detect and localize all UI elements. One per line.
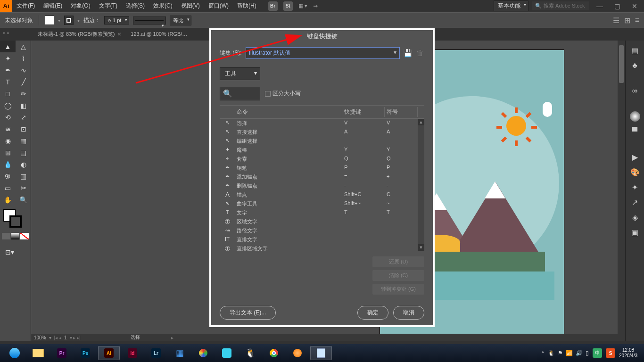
- tray-flag-icon[interactable]: ⚑: [558, 350, 563, 356]
- table-row[interactable]: IT直排文字: [220, 235, 424, 244]
- search-stock[interactable]: 🔍 搜索 Adobe Stock: [532, 1, 589, 10]
- screen-mode[interactable]: ⊡▾: [2, 246, 17, 258]
- stroke-color[interactable]: [9, 215, 22, 228]
- properties-panel-icon[interactable]: ▤: [630, 45, 640, 56]
- selection-tool[interactable]: ▲: [0, 41, 16, 52]
- menu-effect[interactable]: 效果(C): [149, 0, 177, 12]
- menu-file[interactable]: 文件(F): [12, 0, 39, 12]
- gpu-icon[interactable]: ⮕: [313, 3, 318, 9]
- vertical-scrollbar[interactable]: [618, 41, 625, 334]
- zoom-tool[interactable]: 🔍: [16, 194, 31, 206]
- menu-select[interactable]: 选择(S): [122, 0, 149, 12]
- table-scrollbar[interactable]: ▲ ▼: [418, 119, 424, 251]
- free-transform-tool[interactable]: ⊡: [16, 123, 31, 135]
- table-row[interactable]: ✒钢笔PP: [220, 164, 424, 173]
- taskbar-app-2[interactable]: [192, 346, 214, 360]
- swatches-icon[interactable]: ▶: [630, 152, 640, 162]
- slice-tool[interactable]: ✂: [16, 182, 31, 194]
- scroll-up-icon[interactable]: ▲: [418, 119, 424, 125]
- table-row[interactable]: ⋀锚点Shift+CC: [220, 190, 424, 199]
- case-sensitive-checkbox[interactable]: 区分大小写: [265, 90, 301, 98]
- workspace-dropdown[interactable]: 基本功能: [494, 0, 528, 11]
- transform-icon[interactable]: ⊞: [624, 16, 630, 25]
- col-symbol[interactable]: 符号: [385, 107, 418, 117]
- stroke-weight[interactable]: ⊖ 1 pt: [104, 16, 129, 25]
- table-row[interactable]: ✒添加锚点=+: [220, 173, 424, 181]
- taskbar-clock[interactable]: 12:08 2020/4/3: [619, 347, 640, 359]
- cc-icon[interactable]: ∞: [630, 86, 640, 96]
- magic-wand-tool[interactable]: ✦: [0, 52, 16, 64]
- symbols-icon[interactable]: ✦: [630, 182, 640, 192]
- stroke-panel-icon[interactable]: ↗: [630, 197, 640, 207]
- gradient-tool[interactable]: ▤: [16, 147, 31, 158]
- line-tool[interactable]: ╱: [16, 76, 31, 88]
- artboard-nav[interactable]: 1: [64, 335, 67, 340]
- table-row[interactable]: ↝路径文字: [220, 226, 424, 235]
- color-mode-gradient[interactable]: [11, 233, 20, 239]
- paintbrush-tool[interactable]: ✏: [16, 88, 31, 99]
- lasso-tool[interactable]: ⌇: [16, 52, 31, 64]
- tray-chevron-icon[interactable]: ˄: [542, 351, 544, 356]
- eraser-tool[interactable]: ◧: [16, 99, 31, 111]
- menu-view[interactable]: 视图(V): [177, 0, 204, 12]
- cancel-button[interactable]: 取消: [393, 306, 424, 320]
- taskbar-browser[interactable]: [4, 346, 25, 360]
- fill-swatch[interactable]: [45, 16, 54, 25]
- symbol-sprayer-tool[interactable]: ֎: [0, 170, 16, 182]
- table-row[interactable]: ⌖套索QQ: [220, 155, 424, 164]
- width-tool[interactable]: ≋: [0, 123, 16, 135]
- table-row[interactable]: Ⓣ区域文字: [220, 217, 424, 226]
- keyset-dropdown[interactable]: Illustrator 默认值: [246, 47, 400, 59]
- align-icon[interactable]: ☰: [613, 16, 619, 25]
- table-row[interactable]: ✒删除锚点--: [220, 181, 424, 190]
- color-guide-icon[interactable]: ▀: [630, 126, 640, 137]
- hand-tool[interactable]: ✋: [0, 194, 16, 206]
- artboard-tool[interactable]: ▭: [0, 182, 16, 194]
- graph-tool[interactable]: ▥: [16, 170, 31, 182]
- table-row[interactable]: ↖选择VV: [220, 119, 424, 128]
- table-row[interactable]: T文字TT: [220, 208, 424, 217]
- taskbar-premiere[interactable]: Pr: [51, 346, 73, 360]
- menu-help[interactable]: 帮助(H): [233, 0, 261, 12]
- save-set-icon[interactable]: 💾: [404, 49, 412, 58]
- artboards-icon[interactable]: ▣: [630, 227, 640, 238]
- table-body[interactable]: ↖选择VV↖直接选择AA↖编组选择✦魔棒YY⌖套索QQ✒钢笔PP✒添加锚点=+✒…: [220, 119, 424, 251]
- libraries-icon[interactable]: ♣: [630, 60, 640, 71]
- system-tray[interactable]: 🐧 ⚑ 📶 🔊 ▯: [548, 350, 589, 356]
- tray-battery-icon[interactable]: ▯: [586, 350, 589, 356]
- menu-type[interactable]: 文字(T): [95, 0, 122, 12]
- taskbar-notepad[interactable]: [310, 346, 332, 360]
- menu-object[interactable]: 对象(O): [66, 0, 94, 12]
- menu-window[interactable]: 窗口(W): [204, 0, 233, 12]
- type-tool[interactable]: T: [0, 76, 16, 88]
- close-tab-icon[interactable]: ✕: [117, 32, 121, 37]
- taskbar-illustrator[interactable]: Ai: [98, 346, 120, 360]
- shape-builder-tool[interactable]: ◉: [0, 135, 16, 147]
- scroll-down-icon[interactable]: ▼: [418, 244, 424, 251]
- rotate-tool[interactable]: ⟲: [0, 111, 16, 123]
- color-panel-icon[interactable]: [630, 111, 640, 122]
- close-button[interactable]: ✕: [628, 2, 641, 10]
- bridge-icon[interactable]: Br: [268, 1, 278, 11]
- table-row[interactable]: ↖直接选择AA: [220, 128, 424, 137]
- shaper-tool[interactable]: ◯: [0, 99, 16, 111]
- ime-indicator[interactable]: 中: [593, 348, 602, 358]
- color-mode-none[interactable]: [20, 233, 29, 239]
- tab-doc2[interactable]: 123.ai @ 100% (RGB/…: [126, 29, 192, 39]
- opacity-dropdown[interactable]: 等比: [170, 16, 191, 25]
- taskbar-lightroom[interactable]: Lr: [145, 346, 167, 360]
- direct-selection-tool[interactable]: △: [16, 41, 31, 52]
- tab-doc1[interactable]: 未标题-1 @ 83% (RGB/像素预览) ✕: [33, 29, 126, 40]
- tray-volume-icon[interactable]: 🔊: [576, 350, 583, 356]
- color-swatches[interactable]: [2, 209, 29, 228]
- taskbar-firefox[interactable]: [287, 346, 308, 360]
- tabs-chevrons-icon[interactable]: « »: [3, 30, 9, 35]
- taskbar-app-1[interactable]: ▦: [169, 346, 190, 360]
- zoom-dropdown[interactable]: 100%: [34, 335, 46, 340]
- curvature-tool[interactable]: ∿: [16, 64, 31, 76]
- minimize-button[interactable]: —: [593, 2, 607, 10]
- brushes-icon[interactable]: 🎨: [630, 167, 640, 177]
- col-command[interactable]: 命令: [235, 107, 342, 117]
- mesh-tool[interactable]: ⊞: [0, 147, 16, 158]
- tray-qq-icon[interactable]: 🐧: [548, 350, 555, 356]
